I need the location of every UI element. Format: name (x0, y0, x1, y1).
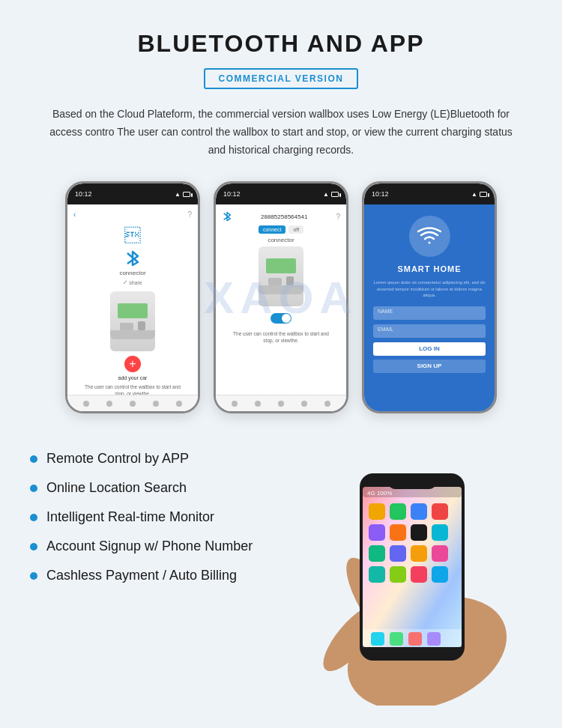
share-icon-1: ⤢ (123, 279, 127, 285)
connector-label-1: connector (119, 270, 145, 276)
charger-screen-2 (266, 258, 296, 273)
connector-label-2: connector (268, 237, 294, 243)
wifi-logo-big (409, 216, 450, 257)
phone-time-1: 10:12 (75, 190, 92, 198)
bullet-2 (30, 514, 37, 521)
help-icon-1: ? (187, 210, 192, 219)
phone-mockup-1: 10:12 ▲ ‹ ?  connector (65, 181, 200, 413)
phone-hand-container: 4G 100% (277, 428, 532, 713)
charger-bottom-1 (120, 321, 145, 330)
svg-rect-21 (432, 545, 448, 562)
svg-rect-18 (369, 545, 385, 562)
nav-dot-2-5 (324, 401, 330, 407)
bluetooth-icon-1:  (124, 226, 141, 246)
phone-body-1: ‹ ?  connector ⤢ share (67, 204, 198, 411)
svg-rect-13 (432, 503, 448, 520)
battery-icon-2 (331, 192, 339, 197)
wifi-icon-3: ▲ (471, 191, 477, 198)
charger-part-1 (120, 323, 133, 330)
phone3-body: SMART HOME Lorem ipsum dolor sit consect… (364, 204, 495, 411)
phone-mockup-2: 10:12 ▲ 28885258564541 ? connect off (214, 181, 348, 413)
charger-part-2 (268, 278, 282, 285)
feature-text-1: Online Location Search (46, 480, 187, 496)
phone-hand-svg: 4G 100% (277, 428, 517, 706)
svg-rect-27 (371, 632, 384, 646)
nav-dot-2-4 (301, 401, 307, 407)
nav-dot-1 (83, 401, 89, 407)
charger-screen-1 (118, 303, 148, 318)
nav-dot-3 (130, 401, 136, 407)
feature-text-4: Cashless Payment / Auto Billing (46, 568, 237, 583)
feature-text-3: Account Signup w/ Phone Number (46, 539, 253, 554)
bluetooth-symbol-1 (124, 249, 141, 268)
back-arrow-1: ‹ (73, 210, 76, 219)
phone2-header: 28885258564541 ? (222, 210, 340, 222)
bullet-0 (30, 455, 37, 463)
phone-time-2: 10:12 (223, 190, 241, 198)
charger-image-1 (110, 291, 155, 351)
charger-base-2 (259, 285, 303, 294)
bullet-4 (30, 572, 37, 580)
add-car-button-1[interactable]: + (124, 356, 141, 372)
svg-rect-17 (432, 524, 448, 541)
wifi-icon-2: ▲ (323, 191, 329, 198)
nav-dot-2-3 (278, 401, 284, 407)
version-badge: COMMERCIAL VERSION (204, 68, 359, 89)
phone-time-3: 10:12 (372, 190, 389, 198)
phone-notch-2: 10:12 ▲ (216, 183, 346, 204)
svg-rect-20 (411, 545, 427, 562)
svg-rect-10 (369, 503, 385, 520)
svg-rect-22 (369, 566, 385, 583)
charger-handle-2 (286, 276, 294, 285)
phone-notch-1: 10:12 ▲ (67, 183, 198, 204)
add-car-text-1: add your car (118, 375, 148, 380)
svg-rect-31 (388, 476, 436, 489)
smart-signup-button[interactable]: SIGN UP (373, 360, 486, 373)
phone-body-2: 28885258564541 ? connect off connector (216, 204, 346, 411)
feature-item-3: Account Signup w/ Phone Number (30, 539, 277, 554)
share-row-1: ⤢ share (123, 279, 142, 285)
smart-login-button[interactable]: LOG IN (373, 342, 486, 356)
phone-bottom-nav-1 (67, 395, 198, 411)
feature-text-2: Intelligent Real-time Monitor (46, 509, 214, 525)
svg-rect-29 (408, 632, 422, 646)
smart-name-input[interactable]: NAME (373, 306, 486, 320)
smart-email-input[interactable]: EMAIL (373, 324, 486, 338)
nav-dot-4 (153, 401, 159, 407)
svg-rect-16 (411, 524, 427, 541)
nav-dot-5 (176, 401, 182, 407)
connect-button[interactable]: connect (259, 225, 286, 234)
charger-handle-1 (138, 321, 145, 330)
phone-mockup-3: 10:12 ▲ SMART HOME Lorem ipsum dolor si (362, 181, 497, 413)
smart-home-desc: Lorem ipsum dolor sit consectetur adipis… (373, 279, 486, 298)
svg-rect-19 (390, 545, 406, 562)
control-buttons: connect off (259, 225, 303, 234)
bluetooth-icon-2 (222, 210, 232, 222)
phone-bottom-nav-2 (216, 395, 346, 411)
toggle-switch-2[interactable] (271, 313, 291, 324)
badge-wrapper: COMMERCIAL VERSION (30, 68, 532, 89)
phone-desc-text-2: The user can control the wallbox to star… (232, 330, 330, 344)
svg-rect-24 (411, 566, 427, 583)
bullet-3 (30, 543, 37, 550)
smart-home-title: SMART HOME (397, 264, 461, 273)
page-wrapper: BLUETOOTH AND APP COMMERCIAL VERSION Bas… (0, 0, 562, 728)
charger-bottom-2 (268, 276, 294, 285)
svg-rect-14 (369, 524, 385, 541)
feature-item-4: Cashless Payment / Auto Billing (30, 568, 277, 583)
phones-row: 10:12 ▲ ‹ ?  connector (30, 181, 532, 413)
features-list: Remote Control by APP Online Location Se… (30, 443, 277, 713)
battery-icon-1 (183, 192, 190, 197)
device-id: 28885258564541 (261, 213, 307, 220)
bullet-1 (30, 485, 37, 492)
toggle-knob-2 (282, 314, 291, 323)
nav-dot-2-1 (232, 401, 238, 407)
svg-rect-15 (390, 524, 406, 541)
share-text-1: share (129, 280, 142, 285)
phone-status-2: ▲ (323, 191, 339, 198)
description-text: Based on the Cloud Plateform, the commer… (49, 106, 513, 159)
page-title: BLUETOOTH AND APP (30, 30, 532, 58)
off-button[interactable]: off (288, 225, 303, 234)
help-icon-2: ? (336, 213, 340, 221)
wifi-icon-1: ▲ (175, 191, 181, 198)
